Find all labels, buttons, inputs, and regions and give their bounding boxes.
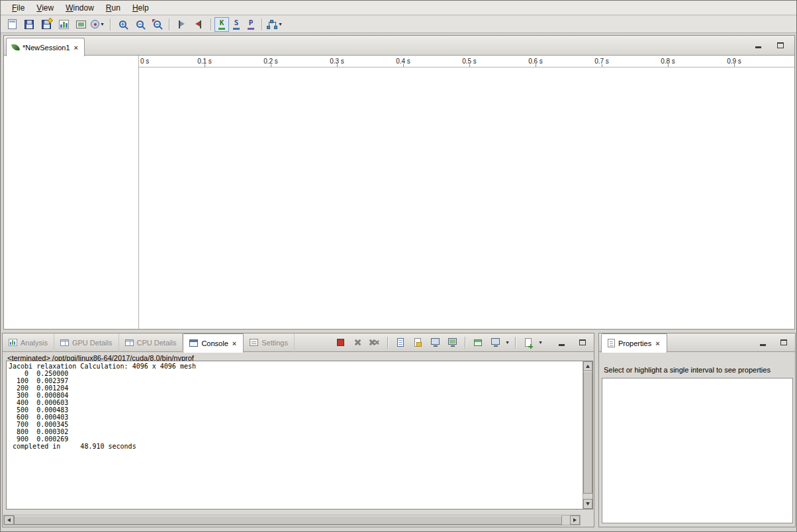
pin-console-button[interactable]	[470, 335, 486, 350]
process-mode-toggle[interactable]: P	[244, 17, 258, 32]
reset-zoom-button[interactable]	[148, 17, 165, 32]
arrow-right-icon	[573, 518, 577, 522]
session-settings-icon	[91, 20, 99, 28]
show-console-stdout-button[interactable]	[427, 335, 443, 350]
terminate-button[interactable]	[332, 335, 348, 350]
toolbar-separator	[387, 337, 388, 349]
maximize-properties-button[interactable]	[778, 337, 790, 348]
stream-mode-toggle[interactable]: S	[229, 17, 244, 32]
editor-tabstrip: *NewSession1 ×	[4, 36, 794, 56]
configure-session-button[interactable]: ▾	[89, 17, 107, 32]
zoom-out-button[interactable]	[131, 17, 148, 32]
minimize-icon	[760, 344, 766, 346]
toolbar-separator	[169, 19, 169, 30]
scroll-right-button[interactable]	[570, 515, 580, 525]
remove-launch-icon	[353, 338, 362, 347]
main-toolbar: ▾ K S P ▾	[1, 16, 796, 33]
save-session-button[interactable]	[21, 17, 38, 32]
kernel-mode-toggle[interactable]: K	[214, 17, 229, 32]
tab-settings-label: Settings	[261, 339, 288, 347]
settings-tab-icon	[250, 339, 258, 346]
kernel-toggle-label: K	[220, 19, 224, 27]
console-horizontal-scrollbar[interactable]	[3, 515, 581, 525]
maximize-icon	[777, 42, 784, 48]
menu-view[interactable]: View	[30, 2, 60, 14]
bar-chart-icon	[59, 20, 69, 29]
arrow-left-icon	[7, 518, 11, 522]
tab-analysis[interactable]: Analysis	[3, 333, 54, 352]
close-tab-icon[interactable]: ×	[73, 44, 79, 51]
tab-gpu-details[interactable]: GPU Details	[54, 333, 119, 352]
tab-cpu-details-label: CPU Details	[137, 339, 177, 347]
console-stdout-icon	[431, 338, 440, 345]
minimize-icon	[559, 344, 565, 346]
nvvp-window: File View Window Run Help ▾ K S P ▾	[0, 0, 797, 532]
remove-launch-button[interactable]	[350, 335, 365, 350]
menu-file[interactable]: File	[6, 2, 30, 14]
menu-window[interactable]: Window	[60, 2, 100, 14]
next-marker-button[interactable]	[190, 17, 207, 32]
new-session-icon	[8, 19, 17, 29]
display-console-icon	[491, 338, 500, 345]
remove-all-terminated-button[interactable]	[367, 335, 383, 350]
minimize-editor-button[interactable]	[752, 40, 764, 50]
scroll-up-button[interactable]	[583, 361, 592, 371]
vertical-scrollbar-thumb[interactable]	[583, 371, 592, 494]
timeline-canvas[interactable]	[139, 67, 794, 329]
clear-console-icon	[397, 338, 404, 347]
properties-tab-icon	[608, 339, 615, 347]
run-analysis-button[interactable]: ▾	[265, 17, 285, 32]
zoom-out-icon	[136, 21, 144, 28]
previous-marker-button[interactable]	[173, 17, 190, 32]
tab-console[interactable]: Console ×	[183, 333, 244, 353]
menubar: File View Window Run Help	[1, 1, 796, 15]
zoom-in-button[interactable]	[114, 17, 131, 32]
scroll-left-button[interactable]	[4, 515, 14, 525]
horizontal-scrollbar-thumb[interactable]	[14, 515, 562, 525]
scroll-down-button[interactable]	[583, 499, 592, 509]
process-toggle-label: P	[249, 19, 254, 27]
console-vertical-scrollbar[interactable]	[583, 361, 592, 509]
maximize-bottom-panel-button[interactable]	[577, 337, 588, 348]
minimize-bottom-panel-button[interactable]	[555, 337, 567, 348]
session-leaf-icon	[11, 43, 20, 52]
screenshot-button[interactable]	[72, 17, 89, 32]
minimize-properties-button[interactable]	[757, 337, 769, 348]
save-session-as-button[interactable]	[38, 17, 55, 32]
properties-message: Select or highlight a single interval to…	[604, 366, 771, 374]
console-output[interactable]: Jacobi relaxation Calculation: 4096 x 40…	[6, 361, 593, 510]
tab-properties[interactable]: Properties ×	[601, 333, 667, 353]
close-tab-icon[interactable]: ×	[232, 340, 237, 347]
session-tab[interactable]: *NewSession1 ×	[6, 38, 85, 56]
open-console-button[interactable]	[520, 335, 536, 350]
table-icon	[60, 339, 69, 346]
menu-run[interactable]: Run	[100, 2, 126, 14]
stream-toggle-label: S	[234, 19, 239, 27]
dropdown-arrow-icon[interactable]: ▾	[538, 340, 543, 345]
save-icon	[24, 20, 34, 29]
show-console-stderr-button[interactable]	[444, 335, 460, 350]
maximize-editor-button[interactable]	[774, 40, 786, 50]
dropdown-arrow-icon[interactable]: ▾	[99, 22, 105, 27]
remove-all-terminated-icon	[368, 338, 381, 347]
clear-console-button[interactable]	[393, 335, 408, 350]
tab-gpu-details-label: GPU Details	[72, 339, 113, 347]
display-selected-console-button[interactable]	[487, 335, 503, 350]
tab-settings[interactable]: Settings	[244, 333, 295, 352]
dropdown-arrow-icon[interactable]: ▾	[504, 340, 510, 345]
view-report-button[interactable]	[55, 17, 72, 32]
properties-tabstrip: Properties ×	[599, 333, 795, 352]
reset-zoom-icon	[154, 21, 161, 28]
arrow-up-icon	[586, 365, 590, 368]
scroll-lock-button[interactable]	[410, 335, 426, 350]
console-text: Jacobi relaxation Calculation: 4096 x 40…	[9, 363, 581, 508]
new-session-button[interactable]	[3, 17, 21, 32]
terminate-icon	[337, 339, 344, 346]
close-tab-icon[interactable]: ×	[655, 340, 660, 347]
timeline-ruler[interactable]: 0 s 0.1 s 0.2 s 0.3 s 0.4 s 0.5 s 0.6 s …	[138, 56, 794, 67]
zoom-in-icon	[119, 21, 126, 28]
timeline-names-column	[4, 67, 138, 329]
tab-cpu-details[interactable]: CPU Details	[119, 333, 183, 352]
dropdown-arrow-icon[interactable]: ▾	[277, 22, 283, 27]
menu-help[interactable]: Help	[126, 2, 155, 14]
